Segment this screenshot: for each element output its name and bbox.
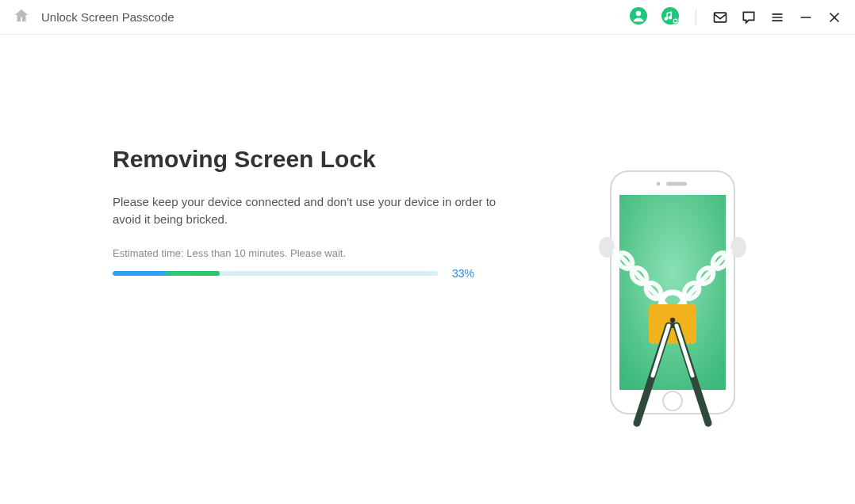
- close-button[interactable]: [826, 10, 842, 25]
- svg-point-1: [636, 10, 641, 15]
- illustration: [593, 170, 768, 434]
- progress-row: 33%: [113, 267, 546, 280]
- heading: Removing Screen Lock: [113, 146, 546, 173]
- svg-rect-15: [666, 182, 687, 186]
- titlebar: Unlock Screen Passcode: [0, 0, 855, 35]
- mail-icon[interactable]: [712, 10, 728, 25]
- subtitle: Please keep your device connected and do…: [113, 193, 509, 228]
- titlebar-actions: [629, 6, 842, 29]
- estimate-text: Estimated time: Less than 10 minutes. Pl…: [113, 247, 546, 259]
- svg-point-19: [599, 237, 615, 258]
- home-icon[interactable]: [13, 7, 30, 28]
- minimize-button[interactable]: [798, 10, 814, 25]
- menu-icon[interactable]: [769, 10, 785, 25]
- main-content: Removing Screen Lock Please keep your de…: [0, 35, 855, 434]
- svg-point-20: [730, 237, 746, 258]
- account-icon[interactable]: [629, 6, 648, 29]
- music-transfer-icon[interactable]: [661, 6, 680, 29]
- page-title: Unlock Screen Passcode: [41, 10, 174, 24]
- svg-point-14: [657, 182, 661, 186]
- progress-panel: Removing Screen Lock Please keep your de…: [48, 146, 593, 280]
- progress-fill: [113, 271, 220, 276]
- progress-percent-label: 33%: [452, 267, 474, 280]
- svg-rect-6: [715, 13, 727, 22]
- progress-bar: [113, 271, 438, 276]
- titlebar-divider: [696, 10, 696, 25]
- feedback-icon[interactable]: [741, 10, 757, 25]
